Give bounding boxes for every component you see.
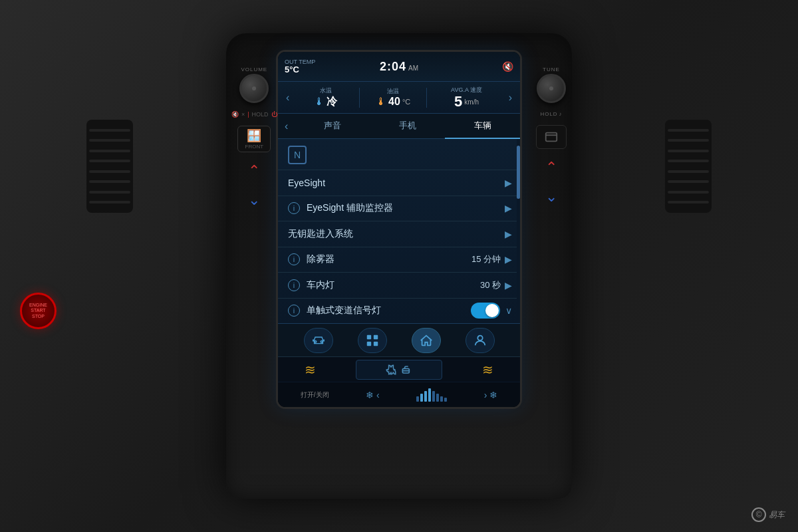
lane-signal-info-icon[interactable]: i bbox=[288, 305, 300, 317]
right-down-icon: ⌄ bbox=[545, 188, 557, 205]
front-defrost-icon: 🪟 bbox=[247, 128, 261, 143]
engine-start-stop-button[interactable]: ENGINESTARTSTOP bbox=[20, 293, 57, 329]
avg-speed-display: AVG.A 速度 5 km/h bbox=[431, 86, 501, 109]
tune-knob[interactable] bbox=[537, 74, 566, 103]
fan-bar-6 bbox=[436, 394, 439, 402]
climate-top-bar: ≋ ≋ bbox=[278, 356, 520, 382]
right-up-button[interactable]: ⌃ bbox=[539, 157, 563, 178]
front-defrost-button[interactable]: 🪟 FRONT bbox=[237, 126, 271, 152]
note-icon: ♪ bbox=[559, 111, 563, 117]
menu-interior-light[interactable]: i 车内灯 30 秒 ▶ bbox=[278, 272, 520, 298]
interior-light-info-icon[interactable]: i bbox=[288, 279, 300, 291]
right-down-button[interactable]: ⌄ bbox=[539, 186, 563, 207]
heated-seat-icon bbox=[400, 363, 414, 376]
engine-start-label: ENGINESTARTSTOP bbox=[29, 303, 47, 319]
fan-control-display bbox=[356, 360, 442, 380]
interior-light-value: 30 秒 bbox=[480, 279, 501, 291]
info-bar: ‹ 水温 🌡 冷 油温 🌡 40 °C bbox=[278, 82, 520, 114]
water-temp-label: 水温 bbox=[320, 86, 332, 95]
watermark-text: 易车 bbox=[769, 509, 785, 521]
keyless-arrow: ▶ bbox=[505, 229, 512, 239]
eyesight-label: EyeSight bbox=[288, 178, 505, 188]
svg-rect-3 bbox=[373, 341, 377, 345]
toggle-knob bbox=[485, 304, 499, 317]
bottom-nav bbox=[278, 323, 520, 356]
left-up-button[interactable]: ⌃ bbox=[242, 160, 266, 182]
seat-heat-left-button[interactable]: ≋ bbox=[305, 362, 316, 378]
time-display: 2:04AM bbox=[380, 60, 418, 74]
svg-rect-2 bbox=[366, 341, 370, 345]
fan-bar-2 bbox=[420, 394, 423, 402]
right-top-button[interactable] bbox=[536, 125, 567, 149]
right-up-icon: ⌃ bbox=[545, 159, 557, 176]
volume-knob[interactable] bbox=[239, 74, 269, 103]
tab-vehicle[interactable]: 车辆 bbox=[445, 114, 520, 139]
status-bar: OUT TEMP 5°C 2:04AM 🔇 bbox=[278, 52, 520, 82]
tab-items: 声音 手机 车辆 bbox=[295, 114, 520, 139]
fan-bar-4 bbox=[428, 388, 431, 402]
right-top-icon bbox=[544, 130, 559, 144]
interior-light-label: 车内灯 bbox=[307, 279, 480, 291]
nav-profile-button[interactable] bbox=[466, 328, 495, 353]
water-temp-value: 冷 bbox=[327, 95, 337, 109]
svg-rect-6 bbox=[546, 133, 557, 142]
watermark-icon: © bbox=[751, 507, 766, 522]
front-defrost-label: FRONT bbox=[245, 144, 264, 150]
defogger-info-icon[interactable]: i bbox=[288, 253, 300, 265]
hold-label: HOLD bbox=[252, 111, 269, 118]
scrollbar-thumb bbox=[517, 146, 520, 199]
svg-rect-1 bbox=[373, 334, 377, 338]
mute-hold-group: 🔇 × | HOLD ⏻ bbox=[231, 111, 277, 118]
menu-defogger[interactable]: i 除雾器 15 分钟 ▶ bbox=[278, 247, 520, 273]
tune-knob-group: TUNE bbox=[537, 66, 566, 103]
tab-bar: ‹ 声音 手机 车辆 bbox=[278, 114, 520, 139]
lane-signal-label: 单触式变道信号灯 bbox=[307, 305, 471, 317]
nav-apps-button[interactable] bbox=[358, 328, 387, 353]
tab-sound[interactable]: 声音 bbox=[295, 114, 370, 139]
power-label: 打开/关闭 bbox=[301, 390, 329, 400]
eyesight-monitor-info-icon[interactable]: i bbox=[288, 202, 300, 214]
fan-decrease-button[interactable]: ❄ ‹ bbox=[366, 390, 380, 400]
menu-eyesight-monitor[interactable]: i EyeSight 辅助监控器 ▶ bbox=[278, 196, 520, 221]
infotainment-screen: OUT TEMP 5°C 2:04AM 🔇 ‹ 水温 🌡 冷 bbox=[276, 50, 522, 409]
eyesight-arrow: ▶ bbox=[505, 178, 512, 188]
menu-lane-signal[interactable]: i 单触式变道信号灯 ∨ bbox=[278, 298, 520, 324]
info-nav-left[interactable]: ‹ bbox=[283, 90, 292, 105]
nav-home-button[interactable] bbox=[412, 328, 441, 353]
outside-temp-value: 5°C bbox=[285, 65, 299, 74]
watermark: © 易车 bbox=[751, 507, 785, 522]
mute-icon[interactable]: 🔇 bbox=[231, 111, 239, 118]
menu-eyesight[interactable]: EyeSight ▶ bbox=[278, 170, 520, 196]
menu-keyless[interactable]: 无钥匙进入系统 ▶ bbox=[278, 221, 520, 247]
car-nav-icon bbox=[311, 333, 326, 348]
left-side-controls: VOLUME 🔇 × | HOLD ⏻ 🪟 FRONT ⌃ ⌄ bbox=[231, 66, 277, 211]
nav-car-button[interactable] bbox=[304, 328, 333, 353]
nfc-row: N bbox=[278, 139, 520, 170]
seat-heat-right-button[interactable]: ≋ bbox=[482, 362, 493, 378]
keyless-label: 无钥匙进入系统 bbox=[288, 228, 505, 240]
tab-phone[interactable]: 手机 bbox=[370, 114, 445, 139]
power-button[interactable]: 打开/关闭 bbox=[301, 390, 329, 400]
fan-left-icon bbox=[384, 363, 398, 376]
defogger-value: 15 分钟 bbox=[471, 253, 501, 265]
hold-note-group: HOLD ♪ bbox=[540, 111, 562, 117]
lane-signal-toggle[interactable] bbox=[471, 303, 500, 319]
left-down-icon: ⌄ bbox=[248, 192, 260, 209]
water-temp-icon: 🌡 bbox=[314, 96, 325, 108]
oil-temp-icon: 🌡 bbox=[376, 96, 386, 108]
right-vent bbox=[665, 120, 712, 213]
speed-value: 5 bbox=[454, 94, 462, 109]
info-nav-right[interactable]: › bbox=[506, 90, 515, 105]
tab-back-button[interactable]: ‹ bbox=[278, 120, 295, 132]
climate-bottom-bar: 打开/关闭 ❄ ‹ › ❄ bbox=[278, 382, 520, 407]
dashboard-surround: OUT TEMP 5°C 2:04AM 🔇 ‹ 水温 🌡 冷 bbox=[226, 33, 572, 499]
fan-bar-5 bbox=[432, 391, 435, 402]
fan-increase-button[interactable]: › ❄ bbox=[484, 390, 498, 400]
profile-nav-icon bbox=[473, 333, 487, 348]
defogger-label: 除雾器 bbox=[307, 253, 471, 265]
left-down-button[interactable]: ⌄ bbox=[242, 190, 266, 211]
outside-temp: OUT TEMP 5°C bbox=[285, 59, 315, 74]
scrollbar[interactable] bbox=[517, 139, 520, 323]
volume-icon[interactable]: 🔇 bbox=[502, 61, 513, 72]
toggle-expand-icon[interactable]: ∨ bbox=[505, 305, 512, 316]
